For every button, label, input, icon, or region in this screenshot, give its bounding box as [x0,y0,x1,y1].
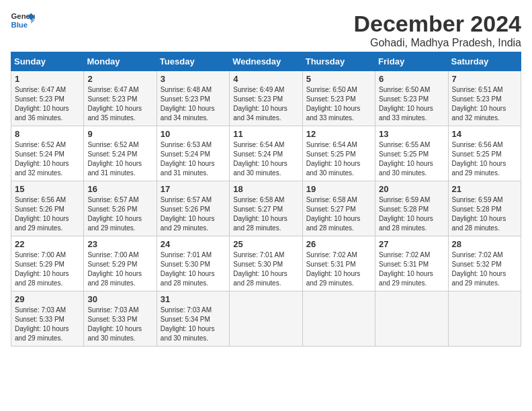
cell-details: Sunrise: 6:57 AMSunset: 5:26 PMDaylight:… [87,195,152,233]
day-number: 26 [306,239,371,249]
cell-details: Sunrise: 6:56 AMSunset: 5:26 PMDaylight:… [15,195,80,233]
calendar-cell: 8Sunrise: 6:52 AMSunset: 5:24 PMDaylight… [11,126,84,181]
cell-details: Sunrise: 6:48 AMSunset: 5:23 PMDaylight:… [161,85,226,123]
calendar: SundayMondayTuesdayWednesdayThursdayFrid… [11,52,521,347]
calendar-cell: 21Sunrise: 6:59 AMSunset: 5:28 PMDayligh… [448,181,521,236]
day-number: 27 [379,239,444,249]
calendar-cell: 7Sunrise: 6:51 AMSunset: 5:23 PMDaylight… [448,71,521,126]
header-cell-monday: Monday [84,52,157,71]
header-cell-sunday: Sunday [11,52,84,71]
week-row-4: 29Sunrise: 7:03 AMSunset: 5:33 PMDayligh… [11,291,521,347]
day-number: 23 [87,239,152,249]
day-number: 21 [452,184,517,194]
day-number: 25 [233,239,298,249]
calendar-cell: 13Sunrise: 6:55 AMSunset: 5:25 PMDayligh… [375,126,448,181]
calendar-cell: 15Sunrise: 6:56 AMSunset: 5:26 PMDayligh… [11,181,84,236]
day-number: 1 [15,74,80,84]
logo-icon: General Blue [11,11,35,30]
calendar-cell: 25Sunrise: 7:01 AMSunset: 5:30 PMDayligh… [230,236,302,291]
calendar-header-row: SundayMondayTuesdayWednesdayThursdayFrid… [11,52,521,71]
calendar-cell: 23Sunrise: 7:00 AMSunset: 5:29 PMDayligh… [84,236,157,291]
cell-details: Sunrise: 7:01 AMSunset: 5:30 PMDaylight:… [233,250,298,288]
day-number: 17 [161,184,226,194]
cell-details: Sunrise: 6:53 AMSunset: 5:24 PMDaylight:… [161,140,226,178]
calendar-cell: 10Sunrise: 6:53 AMSunset: 5:24 PMDayligh… [157,126,229,181]
calendar-cell: 26Sunrise: 7:02 AMSunset: 5:31 PMDayligh… [302,236,375,291]
header-cell-thursday: Thursday [302,52,375,71]
calendar-cell: 11Sunrise: 6:54 AMSunset: 5:24 PMDayligh… [230,126,302,181]
calendar-cell: 27Sunrise: 7:02 AMSunset: 5:31 PMDayligh… [375,236,448,291]
day-number: 30 [87,294,152,304]
calendar-cell: 31Sunrise: 7:03 AMSunset: 5:34 PMDayligh… [157,291,229,347]
calendar-cell: 6Sunrise: 6:50 AMSunset: 5:23 PMDaylight… [375,71,448,126]
calendar-cell: 29Sunrise: 7:03 AMSunset: 5:33 PMDayligh… [11,291,84,347]
day-number: 14 [452,129,517,139]
header-cell-saturday: Saturday [448,52,521,71]
calendar-cell: 30Sunrise: 7:03 AMSunset: 5:33 PMDayligh… [84,291,157,347]
calendar-cell: 16Sunrise: 6:57 AMSunset: 5:26 PMDayligh… [84,181,157,236]
calendar-cell: 14Sunrise: 6:56 AMSunset: 5:25 PMDayligh… [448,126,521,181]
day-number: 4 [233,74,298,84]
location-title: Gohadi, Madhya Pradesh, India [353,37,521,49]
cell-details: Sunrise: 6:54 AMSunset: 5:24 PMDaylight:… [233,140,298,178]
day-number: 31 [161,294,226,304]
cell-details: Sunrise: 6:56 AMSunset: 5:25 PMDaylight:… [452,140,517,178]
week-row-0: 1Sunrise: 6:47 AMSunset: 5:23 PMDaylight… [11,71,521,126]
day-number: 8 [15,129,80,139]
cell-details: Sunrise: 6:49 AMSunset: 5:23 PMDaylight:… [233,85,298,123]
day-number: 20 [379,184,444,194]
calendar-cell [230,291,302,347]
logo: General Blue [11,11,35,30]
day-number: 22 [15,239,80,249]
calendar-cell: 24Sunrise: 7:01 AMSunset: 5:30 PMDayligh… [157,236,229,291]
header-cell-tuesday: Tuesday [157,52,229,71]
calendar-cell: 19Sunrise: 6:58 AMSunset: 5:27 PMDayligh… [302,181,375,236]
day-number: 15 [15,184,80,194]
day-number: 13 [379,129,444,139]
cell-details: Sunrise: 6:50 AMSunset: 5:23 PMDaylight:… [306,85,371,123]
header-cell-friday: Friday [375,52,448,71]
cell-details: Sunrise: 7:02 AMSunset: 5:31 PMDaylight:… [379,250,444,288]
calendar-cell: 4Sunrise: 6:49 AMSunset: 5:23 PMDaylight… [230,71,302,126]
cell-details: Sunrise: 6:55 AMSunset: 5:25 PMDaylight:… [379,140,444,178]
cell-details: Sunrise: 6:47 AMSunset: 5:23 PMDaylight:… [87,85,152,123]
calendar-cell [375,291,448,347]
cell-details: Sunrise: 6:59 AMSunset: 5:28 PMDaylight:… [452,195,517,233]
day-number: 9 [87,129,152,139]
cell-details: Sunrise: 7:03 AMSunset: 5:34 PMDaylight:… [161,306,226,343]
day-number: 11 [233,129,298,139]
cell-details: Sunrise: 7:00 AMSunset: 5:29 PMDaylight:… [15,250,80,288]
calendar-cell: 2Sunrise: 6:47 AMSunset: 5:23 PMDaylight… [84,71,157,126]
day-number: 18 [233,184,298,194]
header-cell-wednesday: Wednesday [230,52,302,71]
day-number: 5 [306,74,371,84]
cell-details: Sunrise: 6:59 AMSunset: 5:28 PMDaylight:… [379,195,444,233]
week-row-1: 8Sunrise: 6:52 AMSunset: 5:24 PMDaylight… [11,126,521,181]
calendar-cell [448,291,521,347]
cell-details: Sunrise: 7:00 AMSunset: 5:29 PMDaylight:… [87,250,152,288]
cell-details: Sunrise: 6:47 AMSunset: 5:23 PMDaylight:… [15,85,80,123]
cell-details: Sunrise: 6:58 AMSunset: 5:27 PMDaylight:… [306,195,371,233]
day-number: 6 [379,74,444,84]
title-area: December 2024 Gohadi, Madhya Pradesh, In… [353,11,521,49]
calendar-cell: 18Sunrise: 6:58 AMSunset: 5:27 PMDayligh… [230,181,302,236]
day-number: 12 [306,129,371,139]
day-number: 16 [87,184,152,194]
cell-details: Sunrise: 6:52 AMSunset: 5:24 PMDaylight:… [87,140,152,178]
day-number: 3 [161,74,226,84]
cell-details: Sunrise: 7:01 AMSunset: 5:30 PMDaylight:… [161,250,226,288]
calendar-cell [302,291,375,347]
day-number: 2 [87,74,152,84]
calendar-cell: 20Sunrise: 6:59 AMSunset: 5:28 PMDayligh… [375,181,448,236]
cell-details: Sunrise: 7:02 AMSunset: 5:31 PMDaylight:… [306,250,371,288]
day-number: 10 [161,129,226,139]
calendar-cell: 22Sunrise: 7:00 AMSunset: 5:29 PMDayligh… [11,236,84,291]
cell-details: Sunrise: 6:50 AMSunset: 5:23 PMDaylight:… [379,85,444,123]
calendar-cell: 28Sunrise: 7:02 AMSunset: 5:32 PMDayligh… [448,236,521,291]
day-number: 19 [306,184,371,194]
cell-details: Sunrise: 6:58 AMSunset: 5:27 PMDaylight:… [233,195,298,233]
calendar-cell: 1Sunrise: 6:47 AMSunset: 5:23 PMDaylight… [11,71,84,126]
cell-details: Sunrise: 7:03 AMSunset: 5:33 PMDaylight:… [87,306,152,343]
week-row-3: 22Sunrise: 7:00 AMSunset: 5:29 PMDayligh… [11,236,521,291]
day-number: 28 [452,239,517,249]
